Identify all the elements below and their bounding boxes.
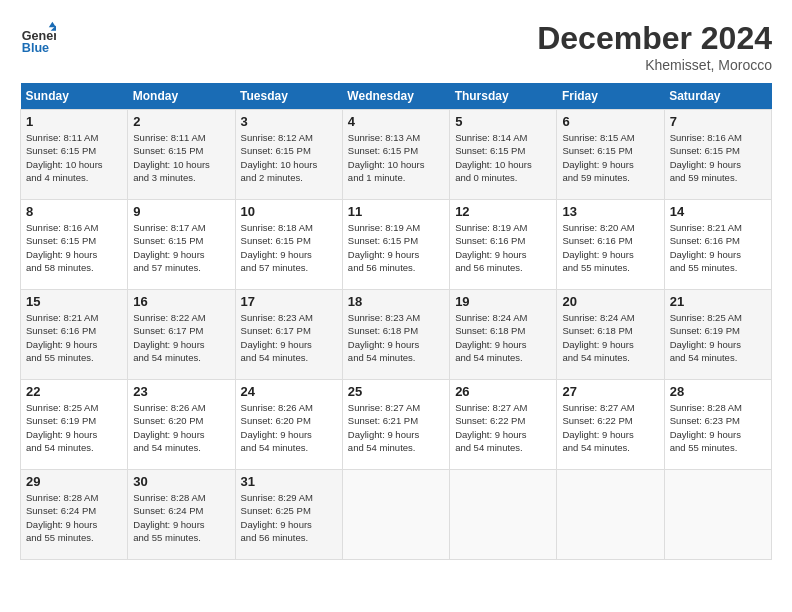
- day-detail: Sunrise: 8:26 AMSunset: 6:20 PMDaylight:…: [241, 401, 337, 454]
- day-detail: Sunrise: 8:24 AMSunset: 6:18 PMDaylight:…: [455, 311, 551, 364]
- header-cell-friday: Friday: [557, 83, 664, 110]
- day-detail: Sunrise: 8:27 AMSunset: 6:22 PMDaylight:…: [562, 401, 658, 454]
- day-detail: Sunrise: 8:12 AMSunset: 6:15 PMDaylight:…: [241, 131, 337, 184]
- header-cell-sunday: Sunday: [21, 83, 128, 110]
- day-detail: Sunrise: 8:26 AMSunset: 6:20 PMDaylight:…: [133, 401, 229, 454]
- day-number: 6: [562, 114, 658, 129]
- day-number: 16: [133, 294, 229, 309]
- calendar-cell: 21Sunrise: 8:25 AMSunset: 6:19 PMDayligh…: [664, 290, 771, 380]
- calendar-cell: 19Sunrise: 8:24 AMSunset: 6:18 PMDayligh…: [450, 290, 557, 380]
- day-detail: Sunrise: 8:19 AMSunset: 6:15 PMDaylight:…: [348, 221, 444, 274]
- day-number: 30: [133, 474, 229, 489]
- logo-icon: General Blue: [20, 20, 56, 56]
- calendar-cell: 5Sunrise: 8:14 AMSunset: 6:15 PMDaylight…: [450, 110, 557, 200]
- calendar-cell: 1Sunrise: 8:11 AMSunset: 6:15 PMDaylight…: [21, 110, 128, 200]
- calendar-cell: [664, 470, 771, 560]
- day-detail: Sunrise: 8:21 AMSunset: 6:16 PMDaylight:…: [26, 311, 122, 364]
- calendar-cell: 13Sunrise: 8:20 AMSunset: 6:16 PMDayligh…: [557, 200, 664, 290]
- calendar-cell: 28Sunrise: 8:28 AMSunset: 6:23 PMDayligh…: [664, 380, 771, 470]
- day-number: 15: [26, 294, 122, 309]
- day-detail: Sunrise: 8:13 AMSunset: 6:15 PMDaylight:…: [348, 131, 444, 184]
- calendar-cell: 3Sunrise: 8:12 AMSunset: 6:15 PMDaylight…: [235, 110, 342, 200]
- calendar-cell: [342, 470, 449, 560]
- calendar-cell: 22Sunrise: 8:25 AMSunset: 6:19 PMDayligh…: [21, 380, 128, 470]
- calendar-cell: 31Sunrise: 8:29 AMSunset: 6:25 PMDayligh…: [235, 470, 342, 560]
- calendar-week-3: 15Sunrise: 8:21 AMSunset: 6:16 PMDayligh…: [21, 290, 772, 380]
- calendar-cell: 6Sunrise: 8:15 AMSunset: 6:15 PMDaylight…: [557, 110, 664, 200]
- day-detail: Sunrise: 8:16 AMSunset: 6:15 PMDaylight:…: [26, 221, 122, 274]
- day-detail: Sunrise: 8:16 AMSunset: 6:15 PMDaylight:…: [670, 131, 766, 184]
- calendar-cell: 9Sunrise: 8:17 AMSunset: 6:15 PMDaylight…: [128, 200, 235, 290]
- day-number: 8: [26, 204, 122, 219]
- day-number: 9: [133, 204, 229, 219]
- day-detail: Sunrise: 8:19 AMSunset: 6:16 PMDaylight:…: [455, 221, 551, 274]
- day-number: 31: [241, 474, 337, 489]
- day-number: 25: [348, 384, 444, 399]
- calendar-cell: [450, 470, 557, 560]
- day-number: 18: [348, 294, 444, 309]
- day-detail: Sunrise: 8:14 AMSunset: 6:15 PMDaylight:…: [455, 131, 551, 184]
- header-cell-monday: Monday: [128, 83, 235, 110]
- calendar-cell: 20Sunrise: 8:24 AMSunset: 6:18 PMDayligh…: [557, 290, 664, 380]
- day-number: 11: [348, 204, 444, 219]
- day-detail: Sunrise: 8:11 AMSunset: 6:15 PMDaylight:…: [26, 131, 122, 184]
- day-number: 5: [455, 114, 551, 129]
- day-number: 21: [670, 294, 766, 309]
- day-number: 1: [26, 114, 122, 129]
- logo: General Blue: [20, 20, 60, 56]
- calendar-week-4: 22Sunrise: 8:25 AMSunset: 6:19 PMDayligh…: [21, 380, 772, 470]
- calendar-cell: 27Sunrise: 8:27 AMSunset: 6:22 PMDayligh…: [557, 380, 664, 470]
- svg-text:Blue: Blue: [22, 41, 49, 55]
- calendar-cell: 12Sunrise: 8:19 AMSunset: 6:16 PMDayligh…: [450, 200, 557, 290]
- day-detail: Sunrise: 8:24 AMSunset: 6:18 PMDaylight:…: [562, 311, 658, 364]
- day-detail: Sunrise: 8:22 AMSunset: 6:17 PMDaylight:…: [133, 311, 229, 364]
- calendar-cell: 15Sunrise: 8:21 AMSunset: 6:16 PMDayligh…: [21, 290, 128, 380]
- page-header: General Blue December 2024 Khemisset, Mo…: [20, 20, 772, 73]
- day-number: 26: [455, 384, 551, 399]
- header-cell-tuesday: Tuesday: [235, 83, 342, 110]
- day-number: 22: [26, 384, 122, 399]
- day-detail: Sunrise: 8:20 AMSunset: 6:16 PMDaylight:…: [562, 221, 658, 274]
- day-number: 12: [455, 204, 551, 219]
- svg-marker-2: [49, 22, 56, 27]
- day-detail: Sunrise: 8:15 AMSunset: 6:15 PMDaylight:…: [562, 131, 658, 184]
- day-number: 2: [133, 114, 229, 129]
- day-detail: Sunrise: 8:25 AMSunset: 6:19 PMDaylight:…: [26, 401, 122, 454]
- calendar-cell: [557, 470, 664, 560]
- day-number: 23: [133, 384, 229, 399]
- day-number: 20: [562, 294, 658, 309]
- calendar-table: SundayMondayTuesdayWednesdayThursdayFrid…: [20, 83, 772, 560]
- calendar-cell: 23Sunrise: 8:26 AMSunset: 6:20 PMDayligh…: [128, 380, 235, 470]
- day-detail: Sunrise: 8:23 AMSunset: 6:18 PMDaylight:…: [348, 311, 444, 364]
- day-number: 7: [670, 114, 766, 129]
- day-number: 27: [562, 384, 658, 399]
- day-detail: Sunrise: 8:25 AMSunset: 6:19 PMDaylight:…: [670, 311, 766, 364]
- header-cell-wednesday: Wednesday: [342, 83, 449, 110]
- day-detail: Sunrise: 8:17 AMSunset: 6:15 PMDaylight:…: [133, 221, 229, 274]
- calendar-cell: 10Sunrise: 8:18 AMSunset: 6:15 PMDayligh…: [235, 200, 342, 290]
- day-detail: Sunrise: 8:18 AMSunset: 6:15 PMDaylight:…: [241, 221, 337, 274]
- day-detail: Sunrise: 8:28 AMSunset: 6:23 PMDaylight:…: [670, 401, 766, 454]
- calendar-cell: 4Sunrise: 8:13 AMSunset: 6:15 PMDaylight…: [342, 110, 449, 200]
- month-title: December 2024: [537, 20, 772, 57]
- calendar-cell: 14Sunrise: 8:21 AMSunset: 6:16 PMDayligh…: [664, 200, 771, 290]
- calendar-cell: 29Sunrise: 8:28 AMSunset: 6:24 PMDayligh…: [21, 470, 128, 560]
- header-cell-saturday: Saturday: [664, 83, 771, 110]
- day-number: 10: [241, 204, 337, 219]
- header-cell-thursday: Thursday: [450, 83, 557, 110]
- calendar-week-5: 29Sunrise: 8:28 AMSunset: 6:24 PMDayligh…: [21, 470, 772, 560]
- calendar-cell: 25Sunrise: 8:27 AMSunset: 6:21 PMDayligh…: [342, 380, 449, 470]
- calendar-week-2: 8Sunrise: 8:16 AMSunset: 6:15 PMDaylight…: [21, 200, 772, 290]
- header-row: SundayMondayTuesdayWednesdayThursdayFrid…: [21, 83, 772, 110]
- day-number: 28: [670, 384, 766, 399]
- day-detail: Sunrise: 8:29 AMSunset: 6:25 PMDaylight:…: [241, 491, 337, 544]
- calendar-week-1: 1Sunrise: 8:11 AMSunset: 6:15 PMDaylight…: [21, 110, 772, 200]
- day-number: 24: [241, 384, 337, 399]
- location: Khemisset, Morocco: [537, 57, 772, 73]
- calendar-cell: 16Sunrise: 8:22 AMSunset: 6:17 PMDayligh…: [128, 290, 235, 380]
- day-detail: Sunrise: 8:11 AMSunset: 6:15 PMDaylight:…: [133, 131, 229, 184]
- day-number: 3: [241, 114, 337, 129]
- day-detail: Sunrise: 8:28 AMSunset: 6:24 PMDaylight:…: [133, 491, 229, 544]
- day-detail: Sunrise: 8:28 AMSunset: 6:24 PMDaylight:…: [26, 491, 122, 544]
- day-detail: Sunrise: 8:27 AMSunset: 6:21 PMDaylight:…: [348, 401, 444, 454]
